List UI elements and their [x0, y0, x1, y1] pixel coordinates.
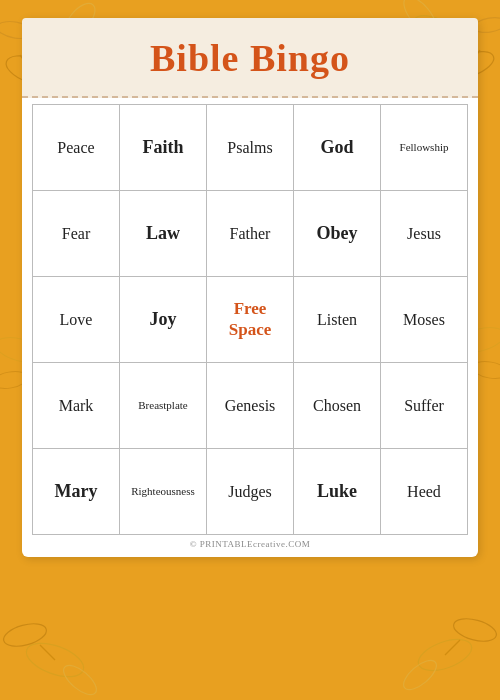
bingo-cell: Heed [381, 449, 468, 535]
bingo-cell: Genesis [207, 363, 294, 449]
bingo-cell: Law [120, 191, 207, 277]
bingo-cell: Fear [33, 191, 120, 277]
svg-line-19 [445, 640, 460, 655]
bingo-cell: Fellowship [381, 105, 468, 191]
bingo-cell: Luke [294, 449, 381, 535]
bingo-cell: Jesus [381, 191, 468, 277]
svg-point-13 [1, 620, 49, 651]
bingo-cell: Mary [33, 449, 120, 535]
bingo-cell: Judges [207, 449, 294, 535]
bingo-cell: Listen [294, 277, 381, 363]
bingo-cell: Righteousness [120, 449, 207, 535]
bingo-grid: PeaceFaithPsalmsGodFellowshipFearLawFath… [32, 104, 468, 535]
bingo-card: Bible Bingo PeaceFaithPsalmsGodFellowshi… [22, 18, 478, 557]
bingo-cell: Moses [381, 277, 468, 363]
bingo-cell: Mark [33, 363, 120, 449]
svg-point-17 [451, 615, 499, 646]
bingo-cell: Peace [33, 105, 120, 191]
bingo-cell: Suffer [381, 363, 468, 449]
bingo-cell: Breastplate [120, 363, 207, 449]
bingo-cell: Free Space [207, 277, 294, 363]
svg-point-18 [399, 655, 441, 695]
footer-text: © PRINTABLEcreative.COM [22, 539, 478, 549]
bingo-cell: Faith [120, 105, 207, 191]
bingo-cell: God [294, 105, 381, 191]
bingo-cell: Love [33, 277, 120, 363]
svg-point-16 [414, 633, 476, 677]
bingo-cell: Chosen [294, 363, 381, 449]
bingo-cell: Psalms [207, 105, 294, 191]
page-title: Bible Bingo [150, 37, 350, 79]
svg-point-12 [22, 637, 88, 684]
svg-line-15 [40, 645, 55, 660]
svg-point-14 [59, 660, 101, 700]
bingo-cell: Joy [120, 277, 207, 363]
bingo-cell: Obey [294, 191, 381, 277]
title-banner: Bible Bingo [22, 18, 478, 98]
bingo-cell: Father [207, 191, 294, 277]
